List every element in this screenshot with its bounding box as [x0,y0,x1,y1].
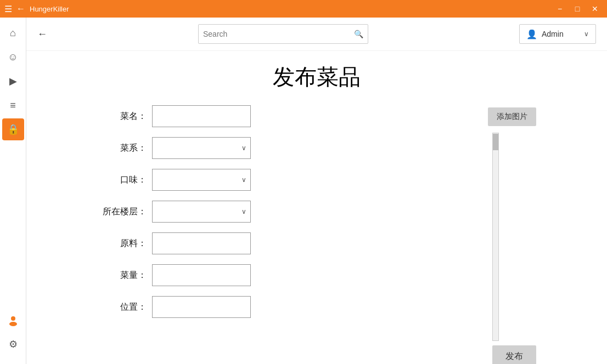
taste-select-wrapper: ∨ [152,169,251,191]
sidebar-item-lock[interactable]: 🔒 [2,118,24,140]
svg-point-1 [9,322,17,326]
dish-name-input[interactable] [152,105,251,127]
search-input[interactable] [203,30,354,38]
app-title: HungerKiller [30,5,69,13]
sidebar-item-profile[interactable] [2,309,24,331]
header: ← 🔍 👤 Admin ∨ [26,18,607,51]
menu-icon[interactable]: ☰ [4,4,12,14]
page-title: 发布菜品 [273,62,361,92]
form-main: 菜名： 菜系： ∨ [97,105,471,341]
app-layout: ⌂ ☺ ▶ ≡ 🔒 ⚙ ← 🔍 [0,18,607,364]
close-button[interactable]: ✕ [587,1,603,16]
search-icon: 🔍 [354,30,363,38]
minimize-button[interactable]: − [552,1,567,16]
location-input[interactable] [152,296,251,318]
search-box: 🔍 [198,24,368,44]
form-row-dishname: 菜名： [97,105,471,127]
submit-button[interactable]: 发布 [492,345,536,364]
sidebar-bottom: ⚙ [2,309,24,360]
form-content: 发布菜品 菜名： 菜系： ∨ [26,51,607,364]
user-name-label: Admin [542,30,564,38]
form-row-cuisine: 菜系： ∨ [97,137,471,159]
cuisine-select[interactable] [152,137,251,159]
search-container: 🔍 [56,24,510,44]
titlebar-back-icon[interactable]: ← [16,4,25,14]
form-row-ingredients: 原料： [97,232,471,254]
form-row-taste: 口味： ∨ [97,169,471,191]
cuisine-select-wrapper: ∨ [152,137,251,159]
sidebar-item-play[interactable]: ▶ [2,70,24,92]
add-image-button[interactable]: 添加图片 [488,107,536,126]
back-button[interactable]: ← [37,29,47,40]
sidebar-item-home[interactable]: ⌂ [2,22,24,44]
sidebar-item-settings[interactable]: ⚙ [2,333,24,355]
form-with-scroll: 菜名： 菜系： ∨ [97,105,536,341]
label-taste: 口味： [97,174,152,186]
scrollbar[interactable] [492,133,499,341]
titlebar-left: ☰ ← HungerKiller [4,4,69,14]
titlebar: ☰ ← HungerKiller − □ ✕ [0,0,607,18]
floor-select[interactable] [152,201,251,223]
main-content: ← 🔍 👤 Admin ∨ 发布菜品 菜名： [26,18,607,364]
dropdown-chevron-icon: ∨ [584,30,589,38]
form-row-location: 位置： [97,296,471,318]
user-dropdown[interactable]: 👤 Admin ∨ [519,24,596,44]
label-cuisine: 菜系： [97,143,152,154]
svg-point-0 [11,316,15,321]
sidebar: ⌂ ☺ ▶ ≡ 🔒 ⚙ [0,18,26,364]
taste-select[interactable] [152,169,251,191]
label-location: 位置： [97,302,152,313]
form-row-floor: 所在楼层： ∨ [97,201,471,223]
form-bottom-row: 发布 [97,341,536,364]
ingredients-input[interactable] [152,232,251,254]
floor-select-wrapper: ∨ [152,201,251,223]
quantity-input[interactable] [152,264,251,286]
form-right-panel: 添加图片 [471,105,536,341]
maximize-button[interactable]: □ [570,1,585,16]
label-dishname: 菜名： [97,111,152,122]
label-quantity: 菜量： [97,270,152,281]
form-row-quantity: 菜量： [97,264,471,286]
sidebar-item-emoji[interactable]: ☺ [2,46,24,68]
label-ingredients: 原料： [97,238,152,249]
label-floor: 所在楼层： [97,206,152,218]
sidebar-item-list[interactable]: ≡ [2,94,24,116]
window-controls: − □ ✕ [552,1,603,16]
user-avatar-icon: 👤 [526,29,537,39]
scrollbar-thumb [493,134,498,150]
